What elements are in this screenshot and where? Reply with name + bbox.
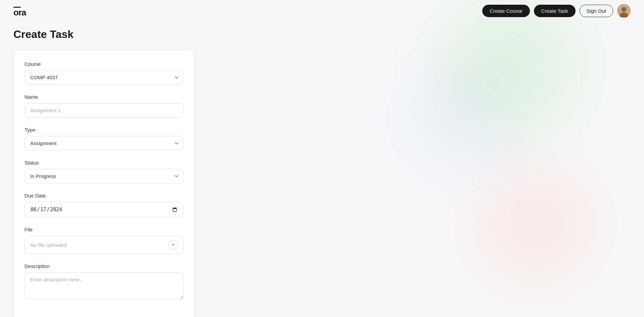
- description-label: Description: [24, 263, 184, 269]
- create-task-form: Course COMP 4537 COMP 3522 COMP 2714 COM…: [13, 50, 195, 317]
- file-upload-button[interactable]: No file uploaded +: [24, 236, 184, 254]
- file-field-group: File No file uploaded +: [24, 227, 184, 254]
- avatar[interactable]: [617, 4, 631, 17]
- type-select[interactable]: Assignment Quiz Lab Project Exam: [24, 136, 184, 150]
- file-upload-plus-icon: +: [168, 240, 178, 250]
- page-title: Create Task: [13, 28, 389, 41]
- nav-actions: Create Course Create Task Sign Out: [482, 4, 631, 17]
- course-field-group: Course COMP 4537 COMP 3522 COMP 2714 COM…: [24, 61, 184, 85]
- create-course-button[interactable]: Create Course: [482, 5, 530, 17]
- main-content: Create Task Course COMP 4537 COMP 3522 C…: [0, 21, 403, 317]
- due-date-label: Due Date: [24, 193, 184, 198]
- due-date-field-group: Due Date: [24, 193, 184, 217]
- description-field-group: Description: [24, 263, 184, 301]
- svg-point-3: [622, 7, 626, 12]
- svg-text:ora: ora: [13, 7, 27, 16]
- bg-decoration-pink: [476, 166, 594, 283]
- logo: ora: [13, 5, 40, 16]
- avatar-image: [617, 4, 631, 17]
- navbar: ora Create Course Create Task Sign Out: [0, 0, 644, 21]
- sign-out-button[interactable]: Sign Out: [580, 5, 613, 17]
- logo-svg: ora: [13, 5, 40, 16]
- type-field-group: Type Assignment Quiz Lab Project Exam: [24, 127, 184, 150]
- name-field-group: Name: [24, 94, 184, 118]
- file-upload-text: No file uploaded: [30, 242, 66, 248]
- due-date-input[interactable]: [24, 202, 184, 217]
- create-task-button[interactable]: Create Task: [534, 5, 576, 17]
- bg-decoration-blue: [409, 67, 510, 168]
- status-label: Status: [24, 160, 184, 166]
- status-field-group: Status In Progress Not Started Completed…: [24, 160, 184, 183]
- status-select[interactable]: In Progress Not Started Completed Overdu…: [24, 169, 184, 183]
- course-label: Course: [24, 61, 184, 67]
- description-textarea[interactable]: [24, 272, 184, 299]
- file-label: File: [24, 227, 184, 232]
- type-label: Type: [24, 127, 184, 133]
- course-select[interactable]: COMP 4537 COMP 3522 COMP 2714 COMP 1510: [24, 70, 184, 85]
- name-label: Name: [24, 94, 184, 100]
- name-input[interactable]: [24, 103, 184, 118]
